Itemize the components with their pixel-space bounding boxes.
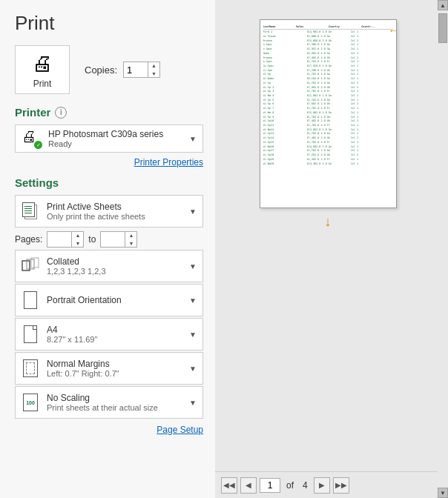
pages-from-spin-down[interactable]: ▼ <box>72 239 83 248</box>
printer-section-header: Printer i <box>15 106 203 119</box>
preview-cell: Col 1 <box>351 124 393 127</box>
preview-cell: £14,882.0 1.0 Ge <box>307 145 349 149</box>
preview-cell: £1,782.0 1.0 Fr <box>307 141 349 145</box>
nav-first-button[interactable]: ◀◀ <box>221 477 237 494</box>
preview-cell: £1,782.0 1.0 Ge <box>307 82 349 85</box>
preview-cell: Col 1 <box>351 64 393 68</box>
pages-to-spin-up[interactable]: ▲ <box>125 231 136 239</box>
preview-cell: al-Sp <box>263 82 306 85</box>
preview-cell: £11,882.0 1.0 Ge <box>307 94 349 98</box>
pages-from-spin-up[interactable]: ▲ <box>72 231 83 239</box>
preview-cell: al-Sp 5 <box>263 99 306 102</box>
print-button-area: 🖨 Print Copies: ▲ ▼ <box>15 45 203 94</box>
collated-sub: 1,2,3 1,2,3 1,2,3 <box>47 267 183 276</box>
copies-input-wrap: ▲ ▼ <box>123 62 160 78</box>
page-setup-link[interactable]: Page Setup <box>15 425 203 435</box>
preview-row: al-Nm20£14,382.0 1.0 GeCol 1 <box>263 162 393 166</box>
preview-row: al-Sp 3£1,782.0 1.0 FrCol 1 <box>263 90 393 94</box>
preview-cell: al-Sp15 <box>263 141 306 145</box>
preview-cell: Col 2 <box>351 86 393 90</box>
preview-cell: £1,782.0 1.0 Fr <box>307 60 349 64</box>
pages-label: Pages: <box>15 234 42 245</box>
copies-spin-up[interactable]: ▲ <box>148 62 159 70</box>
preview-row: Browne£15,060.0 2.0 UkCol 2 <box>263 39 393 43</box>
scroll-up-button[interactable]: ▲ <box>438 0 448 10</box>
pages-from-input[interactable] <box>47 234 71 245</box>
preview-row: Name£4,992.0 1.0 GeCol 1 <box>263 51 393 56</box>
printer-icon-wrap: 🖨 ✓ <box>22 128 42 149</box>
preview-cell: Ford 1 <box>263 30 306 34</box>
preview-cell: Col 2 <box>351 56 393 60</box>
preview-cell: al-Sp11 <box>263 124 306 127</box>
preview-cell: £1,452.0 1.0 Sp <box>307 47 349 51</box>
preview-row: al-Sp 7£1,782.0 1.0 FrCol 1 <box>263 107 393 111</box>
preview-row: al-Sp 6£7,682.0 2.0 UkCol 2 <box>263 102 393 107</box>
printer-name: HP Photosmart C309a series <box>48 129 183 139</box>
preview-cell: Col 1 <box>351 132 393 136</box>
preview-cell: Browne <box>263 39 306 43</box>
preview-cell: as Steam <box>263 35 306 39</box>
scaling-icon: 100 <box>20 392 41 413</box>
scroll-down-button[interactable]: ▼ <box>438 488 448 498</box>
orientation-dropdown-arrow-icon: ▼ <box>189 296 197 305</box>
printer-status-check-icon: ✓ <box>34 141 42 149</box>
preview-row: al-Nm 8£15,882.0 1.0 GeCol 1 <box>263 110 393 115</box>
paper-size-main: A4 <box>47 325 183 335</box>
preview-cell: LastName <box>263 25 294 29</box>
preview-cell: al-Sp13 <box>263 132 306 136</box>
preview-cell: Col 1 <box>351 128 393 132</box>
nav-prev-button[interactable]: ◀ <box>240 477 257 494</box>
collated-dropdown[interactable]: Collated 1,2,3 1,2,3 1,2,3 ▼ <box>15 250 203 282</box>
print-button[interactable]: 🖨 Print <box>15 45 70 94</box>
collated-icon <box>20 256 41 276</box>
preview-cell: Col 1 <box>351 141 393 145</box>
orientation-dropdown[interactable]: Portrait Orientation ▼ <box>15 284 203 316</box>
preview-cell: al-Nm12 <box>263 128 306 132</box>
pages-to-spin-down[interactable]: ▼ <box>125 239 136 248</box>
preview-cell: al-Sp10 <box>263 119 306 123</box>
preview-cell: £1,782.0 1.0 Ge <box>307 149 349 153</box>
pages-to-input[interactable] <box>101 234 125 245</box>
preview-row: ol-Spe£7,200.0 2.0 UkCol 2 <box>263 68 393 73</box>
preview-cell: G-Spec <box>263 43 306 47</box>
pages-to-label: to <box>88 234 96 245</box>
scroll-thumb[interactable] <box>438 13 447 43</box>
preview-cell: Sales <box>296 25 327 29</box>
copies-spinner: ▲ ▼ <box>148 62 159 78</box>
bottom-navigation: ◀◀ ◀ of 4 ▶ ▶▶ <box>215 471 448 498</box>
printer-icon: 🖨 <box>32 51 53 76</box>
preview-arrow-icon: ← <box>389 24 397 36</box>
copies-spin-down[interactable]: ▼ <box>148 70 159 78</box>
copies-input[interactable] <box>124 64 148 76</box>
preview-row: Browne£7,482.0 2.0 UkCol 2 <box>263 56 393 60</box>
preview-cell: £7,482.0 2.0 Uk <box>307 119 349 123</box>
nav-last-button[interactable]: ▶▶ <box>333 477 349 494</box>
portrait-icon <box>24 291 37 309</box>
printer-properties-link[interactable]: Printer Properties <box>15 157 203 167</box>
preview-cell: Country <box>329 25 360 29</box>
printer-info-icon[interactable]: i <box>55 107 67 119</box>
paper-size-dropdown[interactable]: A4 8.27" x 11.69" ▼ <box>15 318 203 351</box>
preview-cell: Col 1 <box>351 116 393 119</box>
orientation-text: Portrait Orientation <box>47 295 183 305</box>
preview-cell: Col 1 <box>351 82 393 85</box>
printer-status: Ready <box>48 139 183 148</box>
print-what-dropdown[interactable]: Print Active Sheets Only print the activ… <box>15 195 203 228</box>
margins-dropdown[interactable]: Normal Margins Left: 0.7" Right: 0.7" ▼ <box>15 352 203 385</box>
scaling-dropdown[interactable]: 100 No Scaling Print sheets at their act… <box>15 386 203 419</box>
preview-row: al-Sp 2£7,482.0 2.0 UkCol 2 <box>263 85 393 90</box>
preview-cell: £7,282.0 2.0 Uk <box>307 153 349 157</box>
vertical-scrollbar[interactable]: ▲ ▼ <box>438 0 448 498</box>
preview-cell: al-Nm 4 <box>263 94 306 98</box>
printer-row[interactable]: 🖨 ✓ HP Photosmart C309a series Ready ▼ <box>15 124 203 153</box>
preview-cell: Gs-Spec <box>263 64 306 68</box>
preview-cell: al-Sp 9 <box>263 116 306 119</box>
preview-cell: al-Nm20 <box>263 162 306 166</box>
nav-next-button[interactable]: ▶ <box>314 477 330 494</box>
preview-row: al-Nm12£13,882.0 1.0 GeCol 1 <box>263 127 393 132</box>
preview-cell: £17,920.0 1.0 Ge <box>307 64 349 68</box>
page-number-input[interactable] <box>260 478 280 493</box>
preview-cell: £14,982.0 1.0 Ge <box>307 30 349 34</box>
collated-main: Collated <box>47 256 183 267</box>
preview-cell: £14,382.0 1.0 Ge <box>307 162 349 166</box>
